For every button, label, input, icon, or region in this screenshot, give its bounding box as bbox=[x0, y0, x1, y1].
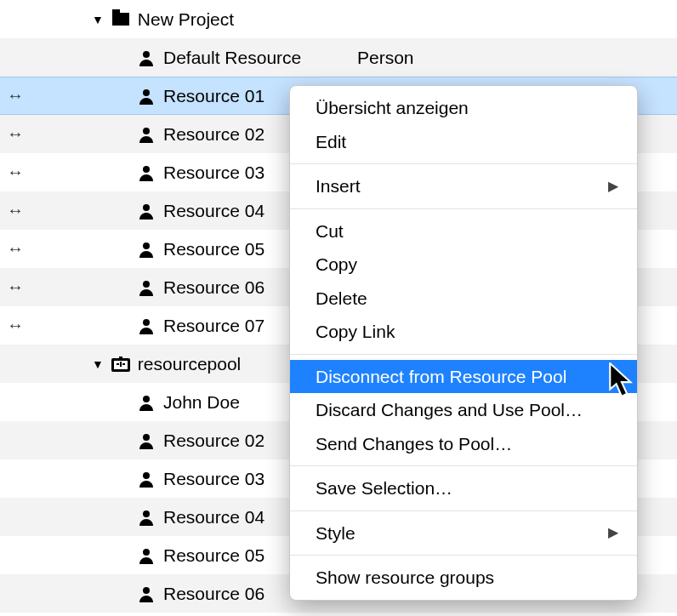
svg-point-2 bbox=[143, 128, 150, 134]
person-icon bbox=[134, 394, 158, 411]
menu-label: Copy Link bbox=[316, 318, 395, 345]
svg-point-11 bbox=[143, 396, 150, 402]
svg-point-15 bbox=[143, 549, 150, 556]
menu-label: Copy bbox=[316, 251, 357, 278]
resource-label: John Doe bbox=[158, 392, 240, 413]
person-icon bbox=[134, 126, 158, 143]
project-label: New Project bbox=[133, 9, 234, 30]
submenu-arrow-icon: ▶ bbox=[608, 522, 618, 543]
pool-label: resourcepool bbox=[133, 354, 241, 374]
person-icon bbox=[134, 241, 158, 258]
menu-separator bbox=[290, 354, 637, 355]
menu-item-overview[interactable]: Übersicht anzeigen bbox=[290, 91, 637, 125]
resource-type: Person bbox=[357, 48, 414, 68]
tree-row-project[interactable]: ▼ New Project bbox=[0, 0, 677, 38]
person-icon bbox=[134, 509, 158, 526]
menu-label: Übersicht anzeigen bbox=[316, 94, 469, 122]
resource-label: Resource 05 bbox=[158, 239, 265, 260]
person-icon bbox=[134, 432, 158, 449]
menu-separator bbox=[290, 510, 637, 511]
menu-item-copy-link[interactable]: Copy Link bbox=[290, 315, 637, 349]
svg-point-13 bbox=[143, 472, 150, 479]
menu-item-copy[interactable]: Copy bbox=[290, 248, 637, 282]
svg-point-6 bbox=[143, 281, 150, 288]
person-icon bbox=[134, 585, 158, 602]
menu-label: Discard Changes and Use Pool… bbox=[316, 396, 583, 424]
menu-item-show-resource-groups[interactable]: Show resource groups bbox=[290, 561, 637, 595]
menu-label: Edit bbox=[316, 128, 346, 156]
menu-label: Insert bbox=[316, 173, 361, 200]
resource-label: Resource 06 bbox=[158, 584, 265, 604]
person-icon bbox=[134, 317, 158, 334]
resource-label: Resource 07 bbox=[158, 316, 265, 336]
svg-point-5 bbox=[143, 242, 150, 249]
menu-label: Disconnect from Resource Pool bbox=[316, 363, 566, 391]
person-icon bbox=[134, 547, 158, 564]
svg-rect-10 bbox=[119, 356, 122, 360]
person-icon bbox=[134, 279, 158, 296]
link-indicator: ↔ bbox=[7, 124, 32, 144]
menu-item-cut[interactable]: Cut bbox=[290, 214, 637, 248]
resource-label: Resource 03 bbox=[158, 163, 265, 183]
link-indicator: ↔ bbox=[7, 239, 32, 259]
menu-separator bbox=[290, 465, 637, 466]
menu-separator bbox=[290, 208, 637, 209]
resource-label: Resource 03 bbox=[158, 469, 265, 489]
menu-separator bbox=[290, 555, 637, 556]
menu-item-send-changes[interactable]: Send Changes to Pool… bbox=[290, 427, 637, 461]
svg-point-14 bbox=[143, 510, 150, 517]
person-icon bbox=[134, 202, 158, 220]
menu-label: Delete bbox=[316, 285, 367, 312]
svg-point-16 bbox=[143, 587, 150, 594]
link-indicator: ↔ bbox=[7, 277, 32, 297]
menu-item-save-selection[interactable]: Save Selection… bbox=[290, 471, 637, 505]
svg-point-3 bbox=[143, 166, 150, 173]
resource-label: Resource 04 bbox=[158, 201, 265, 221]
menu-item-disconnect-pool[interactable]: Disconnect from Resource Pool bbox=[290, 360, 637, 394]
menu-separator bbox=[290, 163, 637, 164]
submenu-arrow-icon: ▶ bbox=[608, 176, 618, 197]
menu-label: Send Changes to Pool… bbox=[316, 431, 512, 458]
disclosure-triangle[interactable]: ▼ bbox=[92, 13, 104, 26]
folder-icon bbox=[109, 13, 133, 26]
resource-pool-icon bbox=[109, 356, 133, 372]
svg-point-4 bbox=[143, 204, 150, 211]
menu-item-edit[interactable]: Edit bbox=[290, 125, 637, 159]
disclosure-triangle[interactable]: ▼ bbox=[92, 357, 104, 371]
resource-label: Resource 01 bbox=[158, 86, 265, 106]
person-icon bbox=[134, 49, 158, 66]
tree-row-default-resource[interactable]: Default Resource Person bbox=[0, 38, 677, 77]
svg-point-0 bbox=[143, 51, 150, 58]
resource-label: Resource 05 bbox=[158, 545, 265, 566]
resource-label: Default Resource bbox=[158, 48, 301, 68]
link-indicator: ↔ bbox=[7, 86, 32, 106]
resource-label: Resource 02 bbox=[158, 124, 265, 145]
person-icon bbox=[134, 88, 158, 105]
menu-label: Show resource groups bbox=[316, 564, 494, 591]
svg-point-1 bbox=[143, 89, 150, 96]
menu-label: Style bbox=[316, 520, 356, 547]
svg-point-12 bbox=[143, 434, 150, 441]
menu-item-discard-changes[interactable]: Discard Changes and Use Pool… bbox=[290, 393, 637, 427]
menu-item-style[interactable]: Style▶ bbox=[290, 516, 637, 550]
menu-item-insert[interactable]: Insert▶ bbox=[290, 169, 637, 203]
context-menu: Übersicht anzeigen Edit Insert▶ Cut Copy… bbox=[289, 85, 638, 601]
link-indicator: ↔ bbox=[7, 316, 32, 335]
link-indicator: ↔ bbox=[7, 201, 32, 220]
link-indicator: ↔ bbox=[7, 163, 32, 182]
svg-point-7 bbox=[143, 319, 150, 326]
menu-label: Save Selection… bbox=[316, 475, 452, 502]
person-icon bbox=[134, 164, 158, 181]
resource-label: Resource 06 bbox=[158, 277, 265, 298]
resource-label: Resource 02 bbox=[158, 431, 265, 451]
menu-label: Cut bbox=[316, 218, 344, 245]
person-icon bbox=[134, 471, 158, 488]
menu-item-delete[interactable]: Delete bbox=[290, 282, 637, 316]
resource-label: Resource 04 bbox=[158, 507, 265, 528]
